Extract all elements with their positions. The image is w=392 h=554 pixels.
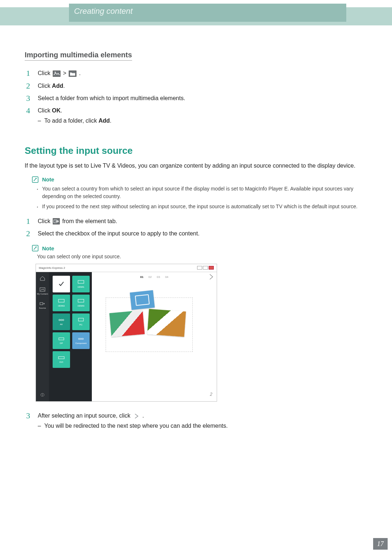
wizard-step[interactable]: 04 <box>165 275 168 279</box>
text: . <box>63 83 65 89</box>
page-content: Importing multimedia elements Click > . … <box>25 44 367 437</box>
svg-point-13 <box>61 319 62 321</box>
window-title: MagicInfo Express 2 <box>39 266 65 270</box>
rail-label: Source <box>39 307 46 309</box>
wizard-steps: 01 02 03 04 <box>92 272 217 282</box>
header-tab: Creating content <box>69 4 346 22</box>
note-icon <box>32 176 38 183</box>
source-tile-tv-selected[interactable] <box>53 276 70 292</box>
layout-stage <box>106 297 193 352</box>
rail-home[interactable] <box>40 276 45 281</box>
source-tile-hdmi1[interactable]: HDMI1 <box>72 276 90 292</box>
rail-label: My Content <box>37 293 48 295</box>
image-card-a[interactable] <box>109 311 144 337</box>
nav-rail: My Content Source ⓘ <box>36 272 49 401</box>
section-heading-source: Setting the input source <box>25 145 367 156</box>
window-titlebar: MagicInfo Express 2 <box>36 264 217 272</box>
substep: You will be redirected to the next step … <box>38 423 367 429</box>
picture-icon <box>53 70 61 77</box>
source-steps-b: After selecting an input source, click .… <box>25 410 367 432</box>
svg-rect-20 <box>58 357 64 359</box>
tile-label: HDMI2 <box>58 305 65 307</box>
svg-rect-9 <box>78 280 84 283</box>
note-item: If you proceed to the next step without … <box>37 203 367 211</box>
rail-my-content[interactable]: My Content <box>37 287 48 295</box>
note-icon <box>32 245 38 251</box>
rail-source[interactable]: Source <box>39 301 46 309</box>
page-number: 17 <box>373 538 388 550</box>
note-text: You can select only one input source. <box>37 254 367 259</box>
step-3: Select a folder from which to import mul… <box>25 92 367 104</box>
intro-paragraph: If the layout type is set to Live TV & V… <box>25 161 367 171</box>
svg-point-14 <box>62 319 64 321</box>
tile-label: Component <box>75 342 86 344</box>
svg-rect-15 <box>78 318 83 321</box>
text: . <box>142 413 144 419</box>
header-title: Creating content <box>74 7 132 16</box>
text: Click <box>38 107 52 114</box>
source-steps-a: Click from the element tab. Select the c… <box>25 215 367 240</box>
image-card-b[interactable] <box>147 309 186 337</box>
text: . <box>79 70 81 76</box>
note-label: Note <box>42 176 54 182</box>
source-grid: HDMI1 HDMI2 HDMI3 AV PC DP Component DVI <box>49 272 92 401</box>
text: > <box>63 70 68 76</box>
svg-point-1 <box>55 71 56 73</box>
canvas-area: 01 02 03 04 2 <box>92 272 217 401</box>
tile-label: HDMI3 <box>78 305 85 307</box>
substep: To add a folder, click Add. <box>38 118 367 124</box>
section-heading-importing: Importing multimedia elements <box>25 51 132 61</box>
svg-rect-11 <box>78 299 84 302</box>
step-1: Click > . <box>25 67 367 80</box>
text-bold: OK <box>52 107 61 114</box>
text: . <box>61 107 62 114</box>
note-label: Note <box>42 245 54 251</box>
source-tile-dvi[interactable]: DVI <box>53 351 70 368</box>
text: . <box>110 118 111 124</box>
wizard-step[interactable]: 02 <box>148 275 152 279</box>
note-list: You can select a country from which to s… <box>37 185 367 211</box>
tile-label: DVI <box>60 361 63 363</box>
step-4: Click OK. To add a folder, click Add. <box>25 104 367 127</box>
text: Click <box>38 70 52 76</box>
source-tile-dp[interactable]: DP <box>53 332 70 349</box>
svg-point-19 <box>82 338 83 340</box>
svg-point-17 <box>78 338 80 340</box>
svg-rect-10 <box>58 299 64 302</box>
source-tile-hdmi2[interactable]: HDMI2 <box>53 295 70 311</box>
source-tile-av[interactable]: AV <box>53 313 70 330</box>
text: Click <box>38 218 52 224</box>
tile-label: AV <box>60 323 63 325</box>
source-tile-hdmi3[interactable]: HDMI3 <box>72 295 90 311</box>
help-icon[interactable]: ⓘ <box>36 393 49 398</box>
importing-steps: Click > . Click Add. Select a folder fro… <box>25 67 367 127</box>
wizard-step-active[interactable]: 01 <box>140 275 143 279</box>
svg-rect-16 <box>59 338 64 340</box>
app-screenshot: MagicInfo Express 2 My Content Source ⓘ … <box>36 264 217 402</box>
text-bold: Add <box>52 83 63 89</box>
text: Click <box>38 83 52 89</box>
source-tile-pc[interactable]: PC <box>72 313 90 330</box>
step-1: Click from the element tab. <box>25 215 367 228</box>
text: To add a folder, click <box>44 118 98 124</box>
svg-point-12 <box>59 319 60 321</box>
svg-rect-8 <box>40 303 43 305</box>
step-3: After selecting an input source, click .… <box>25 410 367 432</box>
wizard-step[interactable]: 03 <box>157 275 160 279</box>
tile-label: PC <box>79 324 82 326</box>
source-tile-component[interactable]: Component <box>72 332 90 349</box>
tv-card[interactable] <box>130 290 155 310</box>
svg-point-18 <box>80 338 82 340</box>
chevron-right-icon <box>134 414 139 419</box>
text: After selecting an input source, click <box>38 413 132 419</box>
step-2: Select the checkbox of the input source … <box>25 227 367 240</box>
step-2: Click Add. <box>25 80 367 92</box>
tile-label: HDMI1 <box>78 286 85 288</box>
note-item: You can select a country from which to s… <box>37 185 367 201</box>
window-controls[interactable] <box>196 266 214 270</box>
svg-rect-7 <box>40 288 45 291</box>
folder-icon <box>69 70 77 77</box>
input-arrow-icon <box>53 218 60 225</box>
note-heading: Note <box>31 176 367 183</box>
next-chevron-icon[interactable] <box>209 274 214 282</box>
